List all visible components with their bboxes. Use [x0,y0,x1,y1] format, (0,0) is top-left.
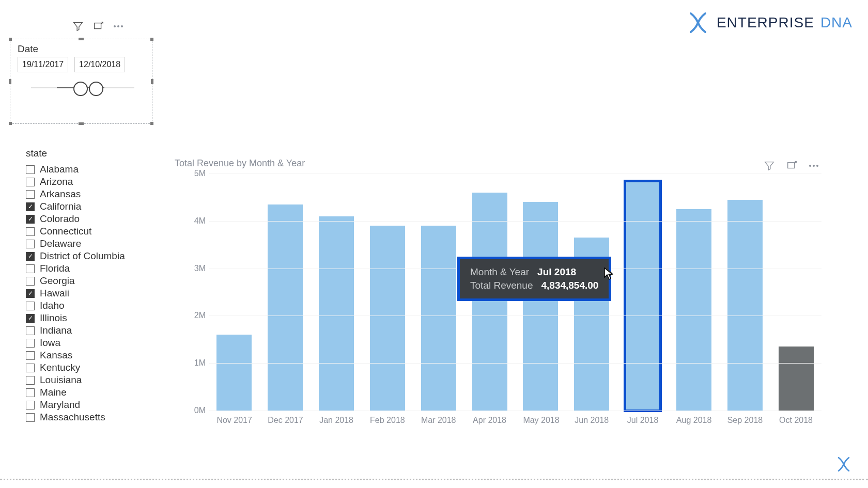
checkbox-icon[interactable] [26,227,35,236]
date-from-input[interactable]: 19/11/2017 [18,57,68,72]
tooltip-value-revenue: 4,834,854.00 [541,280,598,291]
state-option-florida[interactable]: Florida [26,262,140,275]
state-option-hawaii[interactable]: Hawaii [26,287,140,300]
date-slicer[interactable]: Date 19/11/2017 12/10/2018 [10,39,152,124]
y-axis-tick: 4M [194,216,206,226]
y-axis-tick: 2M [194,311,206,320]
state-option-iowa[interactable]: Iowa [26,337,140,349]
focus-mode-icon[interactable] [93,21,104,32]
more-options-icon[interactable] [809,165,818,167]
date-slider-handle-from[interactable] [73,82,88,96]
checkbox-icon[interactable] [26,376,35,385]
checkbox-icon[interactable] [26,277,35,286]
state-option-label: Alabama [40,164,79,175]
checkbox-icon[interactable] [26,190,35,199]
state-option-california[interactable]: California [26,200,140,213]
checkbox-icon[interactable] [26,240,35,248]
state-option-illinois[interactable]: Illinois [26,312,140,324]
state-option-arizona[interactable]: Arizona [26,176,140,188]
state-option-colorado[interactable]: Colorado [26,213,140,225]
state-option-label: Louisiana [40,374,82,386]
bar-may-2018[interactable] [523,202,558,411]
date-slider-handle-to[interactable] [89,82,103,96]
x-axis-tick: Dec 2017 [268,416,303,425]
state-option-kansas[interactable]: Kansas [26,349,140,361]
state-option-alabama[interactable]: Alabama [26,163,140,176]
bar-oct-2018[interactable] [779,347,814,411]
focus-mode-icon[interactable] [786,160,798,171]
bar-mar-2018[interactable] [421,226,456,411]
brand-name: ENTERPRISE [717,14,814,31]
bar-nov-2017[interactable] [216,335,252,411]
x-axis-tick: Sep 2018 [727,416,763,425]
chart-title: Total Revenue by Month & Year [175,158,305,169]
checkbox-icon[interactable] [26,351,35,360]
state-option-label: Connecticut [40,226,91,237]
state-slicer[interactable]: state AlabamaArizonaArkansasCaliforniaCo… [26,148,140,423]
checkbox-icon[interactable] [26,302,35,310]
state-option-label: Idaho [40,300,65,311]
checkbox-icon[interactable] [26,264,35,273]
y-axis-tick: 1M [194,358,206,368]
checkbox-icon[interactable] [26,252,35,261]
date-to-input[interactable]: 12/10/2018 [74,57,125,72]
checkbox-icon[interactable] [26,413,35,422]
bar-jan-2018[interactable] [319,216,354,411]
x-axis-tick: Feb 2018 [370,416,405,425]
bar-feb-2018[interactable] [370,226,405,411]
x-axis-tick: May 2018 [523,416,558,425]
checkbox-icon[interactable] [26,326,35,335]
checkbox-icon[interactable] [26,314,35,323]
x-axis-tick: Mar 2018 [421,416,456,425]
checkbox-icon[interactable] [26,339,35,348]
checkbox-icon[interactable] [26,215,35,224]
checkbox-icon[interactable] [26,178,35,186]
more-options-icon[interactable] [114,25,123,27]
checkbox-icon[interactable] [26,289,35,298]
state-option-label: Maine [40,387,67,398]
brand-logo: ENTERPRISE DNA [686,10,853,35]
y-axis-tick: 0M [194,406,206,415]
state-option-arkansas[interactable]: Arkansas [26,188,140,200]
filter-icon[interactable] [764,160,775,171]
state-option-maryland[interactable]: Maryland [26,399,140,411]
x-axis-tick: Oct 2018 [779,416,814,425]
dna-icon [686,10,710,35]
watermark-icon [835,455,853,475]
svg-rect-0 [95,23,101,29]
state-option-label: Florida [40,263,70,274]
checkbox-icon[interactable] [26,165,35,174]
chart-tooltip: Month & YearJul 2018 Total Revenue4,834,… [457,257,611,301]
state-option-district-of-columbia[interactable]: District of Columbia [26,250,140,262]
state-option-label: Illinois [40,312,67,324]
tooltip-label-month: Month & Year [470,266,529,278]
y-axis-tick: 5M [194,169,206,178]
checkbox-icon[interactable] [26,388,35,397]
state-option-maine[interactable]: Maine [26,386,140,399]
chart-toolbar [764,160,818,171]
state-option-kentucky[interactable]: Kentucky [26,361,140,374]
state-option-label: Kentucky [40,362,80,373]
state-option-indiana[interactable]: Indiana [26,324,140,337]
bar-apr-2018[interactable] [472,193,507,411]
checkbox-icon[interactable] [26,401,35,410]
state-option-idaho[interactable]: Idaho [26,300,140,312]
state-option-louisiana[interactable]: Louisiana [26,374,140,386]
checkbox-icon[interactable] [26,202,35,211]
state-option-label: District of Columbia [40,250,125,262]
state-option-delaware[interactable]: Delaware [26,238,140,250]
tooltip-value-month: Jul 2018 [537,266,576,278]
state-option-georgia[interactable]: Georgia [26,275,140,287]
page-separator [0,479,868,480]
state-option-massachusetts[interactable]: Massachusetts [26,411,140,423]
state-option-connecticut[interactable]: Connecticut [26,225,140,238]
x-axis-tick: Apr 2018 [472,416,507,425]
bar-sep-2018[interactable] [727,200,763,411]
bar-dec-2017[interactable] [268,204,303,411]
x-axis-tick: Jun 2018 [574,416,609,425]
checkbox-icon[interactable] [26,364,35,372]
bar-jul-2018[interactable] [625,181,660,411]
filter-icon[interactable] [72,21,84,32]
bar-aug-2018[interactable] [676,209,711,411]
x-axis-tick: Aug 2018 [676,416,711,425]
